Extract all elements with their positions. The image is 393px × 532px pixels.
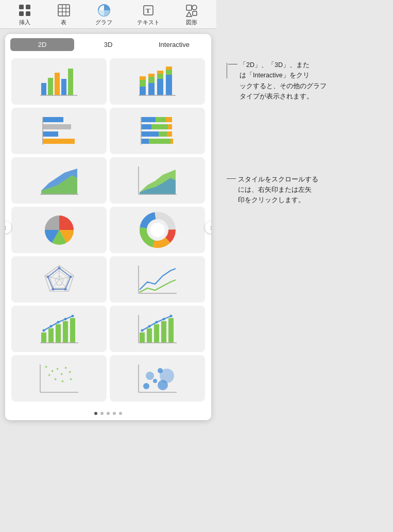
chart-icon	[97, 3, 111, 18]
toolbar-chart-label: グラフ	[95, 19, 112, 26]
bar-chart-color-icon	[39, 63, 80, 99]
chart-cell-hbar[interactable]	[11, 108, 107, 154]
mixed-chart1-icon	[39, 311, 80, 347]
svg-rect-28	[148, 77, 155, 83]
svg-point-104	[162, 318, 165, 321]
svg-rect-21	[61, 79, 66, 95]
toolbar: 挿入 表 グラフ T テキスト	[0, 0, 216, 29]
svg-rect-29	[148, 74, 155, 77]
horizontal-stacked-bar-icon	[137, 113, 178, 149]
svg-rect-6	[58, 5, 70, 16]
svg-rect-42	[141, 117, 156, 122]
toolbar-table-label: 表	[61, 19, 66, 26]
toolbar-insert[interactable]: 挿入	[18, 3, 32, 26]
svg-marker-16	[186, 12, 192, 16]
svg-rect-27	[148, 83, 155, 95]
svg-point-81	[52, 288, 54, 291]
svg-rect-89	[70, 318, 75, 343]
svg-text:+: +	[70, 377, 72, 382]
toolbar-chart[interactable]: グラフ	[95, 3, 112, 26]
svg-point-82	[46, 276, 49, 278]
svg-rect-99	[161, 321, 166, 343]
pagination	[5, 408, 211, 420]
toolbar-shape[interactable]: 図形	[184, 3, 199, 26]
toolbar-shape-label: 図形	[186, 19, 197, 26]
svg-rect-48	[141, 131, 159, 137]
pagination-dot-5[interactable]	[119, 412, 122, 415]
svg-point-68	[150, 223, 165, 237]
chart-cell-area[interactable]	[11, 157, 107, 204]
svg-rect-33	[166, 75, 172, 95]
callout-text-1: 「2D」、「3D」、または「Interactive」をクリックすると、その他のグ…	[240, 61, 327, 100]
svg-rect-43	[156, 117, 166, 122]
scatter-chart-icon: + + + + + + + + + +	[39, 360, 80, 396]
text-icon: T	[141, 3, 156, 18]
callout-text-2: スタイルをスクロールするには、右矢印または左矢印をクリックします。	[238, 176, 318, 204]
svg-rect-85	[41, 332, 46, 343]
svg-rect-2	[19, 11, 24, 16]
svg-rect-25	[140, 80, 146, 87]
main-layout: ‹ › 2D 3D Interactive	[0, 29, 371, 420]
pie-chart-icon	[39, 212, 80, 248]
pagination-dot-3[interactable]	[107, 412, 110, 415]
line-chart-icon	[137, 261, 178, 297]
svg-point-122	[146, 372, 154, 380]
svg-rect-37	[43, 117, 63, 122]
area-chart2-icon	[137, 162, 178, 198]
svg-rect-1	[26, 5, 30, 9]
mixed-chart2-icon	[137, 311, 178, 347]
svg-point-90	[42, 329, 45, 332]
svg-rect-0	[19, 5, 24, 9]
svg-rect-17	[193, 11, 197, 15]
svg-point-101	[141, 329, 143, 332]
chart-cell-scatter[interactable]: + + + + + + + + + +	[11, 355, 107, 402]
svg-point-103	[155, 321, 158, 324]
svg-text:+: +	[61, 379, 64, 384]
chart-grid: + + + + + + + + + +	[5, 54, 211, 408]
pagination-dot-2[interactable]	[100, 412, 104, 415]
chart-cell-mixed1[interactable]	[11, 306, 107, 352]
svg-point-80	[64, 288, 66, 291]
chart-cell-bar-color[interactable]	[11, 58, 107, 105]
chart-cell-area2[interactable]	[110, 157, 205, 204]
pagination-dot-1[interactable]	[94, 412, 97, 415]
svg-rect-49	[159, 131, 167, 137]
svg-rect-18	[41, 83, 46, 95]
chart-cell-pie[interactable]	[11, 207, 107, 253]
plus-icon	[18, 3, 32, 18]
tab-3d[interactable]: 3D	[76, 38, 140, 51]
chart-cell-hbar-stacked[interactable]	[110, 108, 205, 154]
svg-point-93	[64, 318, 66, 321]
svg-text:+: +	[48, 373, 50, 378]
chart-cell-donut[interactable]	[110, 207, 205, 253]
chart-cell-radar[interactable]	[11, 256, 107, 303]
tab-2d[interactable]: 2D	[10, 38, 74, 51]
svg-rect-52	[149, 139, 170, 144]
svg-rect-22	[68, 69, 73, 95]
svg-rect-35	[166, 66, 172, 70]
tab-interactive[interactable]: Interactive	[142, 38, 206, 51]
svg-text:+: +	[54, 377, 57, 382]
svg-point-91	[49, 325, 52, 328]
svg-point-94	[71, 315, 74, 318]
chart-cell-mixed2[interactable]	[110, 306, 205, 352]
svg-rect-26	[140, 76, 146, 80]
svg-text:+: +	[51, 369, 54, 374]
svg-rect-14	[186, 5, 192, 10]
toolbar-table[interactable]: 表	[57, 3, 71, 26]
area-chart-icon	[39, 162, 80, 198]
pagination-dot-4[interactable]	[113, 412, 116, 415]
svg-rect-44	[166, 117, 172, 122]
toolbar-text[interactable]: T テキスト	[137, 3, 160, 26]
chart-cell-stacked-bar[interactable]	[110, 58, 205, 105]
svg-rect-3	[26, 11, 30, 16]
chart-cell-line[interactable]	[110, 256, 205, 303]
svg-rect-53	[170, 139, 173, 144]
svg-rect-96	[140, 332, 145, 343]
bubble-chart-icon	[137, 360, 178, 396]
svg-rect-98	[154, 324, 159, 343]
chart-cell-bubble[interactable]	[110, 355, 205, 402]
svg-rect-31	[157, 74, 163, 79]
svg-text:+: +	[45, 364, 47, 370]
svg-rect-51	[141, 139, 149, 144]
